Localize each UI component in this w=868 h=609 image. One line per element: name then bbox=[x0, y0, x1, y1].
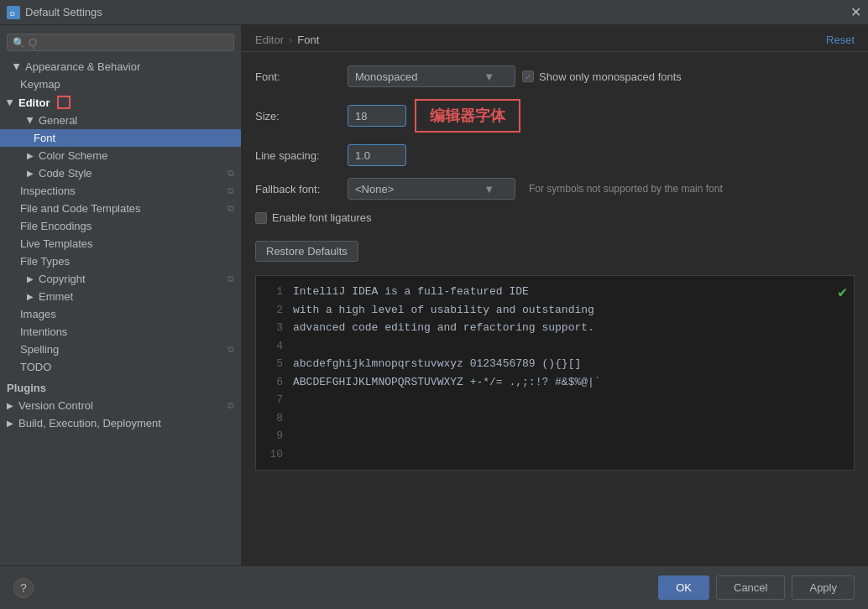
sidebar-item-label: General bbox=[39, 114, 77, 127]
sidebar-item-label: TODO bbox=[20, 361, 51, 373]
sidebar-item-code-style[interactable]: ▶ Code Style ⧉ bbox=[0, 164, 241, 182]
preview-area: ✔ 1IntelliJ IDEA is a full-featured IDE2… bbox=[255, 275, 855, 471]
dropdown-arrow-icon: ▼ bbox=[484, 183, 494, 195]
breadcrumb-parent: Editor bbox=[255, 34, 284, 46]
bottom-right: OK Cancel Apply bbox=[658, 575, 855, 600]
line-code: with a high level of usability and outst… bbox=[293, 302, 594, 319]
line-spacing-row: Line spacing: bbox=[255, 144, 855, 166]
sidebar-item-label: Spelling bbox=[20, 343, 59, 356]
sidebar-item-appearance[interactable]: ▶ Appearance & Behavior bbox=[0, 58, 241, 75]
preview-line: 9 bbox=[256, 427, 854, 445]
sidebar-item-label: Build, Execution, Deployment bbox=[18, 417, 161, 429]
sidebar-item-label: Inspections bbox=[20, 185, 76, 197]
sidebar-item-label: Live Templates bbox=[20, 237, 92, 250]
sidebar-item-images[interactable]: Images bbox=[0, 305, 241, 323]
sidebar-item-keymap[interactable]: Keymap bbox=[0, 75, 241, 93]
preview-line: 4 bbox=[256, 337, 854, 356]
copy-icon: ⧉ bbox=[227, 400, 234, 411]
fallback-font-label: Fallback font: bbox=[255, 183, 348, 195]
sidebar-item-label: File and Code Templates bbox=[20, 202, 141, 215]
font-value: Monospaced bbox=[355, 70, 417, 83]
size-label: Size: bbox=[255, 110, 348, 122]
sidebar-item-general[interactable]: ▶ General bbox=[0, 112, 241, 129]
preview-line: 3advanced code editing and refactoring s… bbox=[256, 319, 854, 337]
line-code: abcdefghijklmnopqrstuvwxyz 0123456789 ()… bbox=[293, 356, 581, 372]
help-button[interactable]: ? bbox=[13, 578, 34, 598]
close-button[interactable]: ✕ bbox=[850, 6, 861, 19]
svg-text:D: D bbox=[10, 10, 15, 18]
sidebar-item-version-control[interactable]: ▶ Version Control ⧉ bbox=[0, 397, 241, 414]
expand-arrow-icon: ▶ bbox=[27, 151, 34, 160]
sidebar-item-inspections[interactable]: Inspections ⧉ bbox=[0, 182, 241, 200]
dropdown-arrow-icon: ▼ bbox=[484, 70, 494, 83]
copy-icon: ⧉ bbox=[227, 203, 234, 214]
sidebar-item-color-scheme[interactable]: ▶ Color Scheme bbox=[0, 147, 241, 164]
expand-arrow-icon: ▶ bbox=[27, 274, 34, 284]
sidebar-item-copyright[interactable]: ▶ Copyright ⧉ bbox=[0, 270, 241, 288]
bottom-bar: ? OK Cancel Apply bbox=[0, 565, 868, 609]
preview-popup: 编辑器字体 bbox=[415, 99, 520, 133]
sidebar-item-file-types[interactable]: File Types bbox=[0, 252, 241, 270]
fallback-font-row: Fallback font: <None> ▼ For symbols not … bbox=[255, 178, 855, 200]
sidebar-item-label: Appearance & Behavior bbox=[25, 60, 140, 73]
preview-line: 7 bbox=[256, 391, 854, 409]
expand-arrow-icon: ▶ bbox=[26, 117, 35, 124]
line-code: ABCDEFGHIJKLMNOPQRSTUVWXYZ +-*/= .,;:!? … bbox=[293, 374, 601, 391]
sidebar-item-file-encodings[interactable]: File Encodings bbox=[0, 217, 241, 235]
font-label: Font: bbox=[255, 70, 348, 83]
cancel-button[interactable]: Cancel bbox=[716, 575, 785, 600]
copy-icon: ⧉ bbox=[227, 273, 234, 284]
preview-line: 8 bbox=[256, 409, 854, 428]
line-number: 3 bbox=[256, 320, 283, 336]
line-number: 7 bbox=[256, 392, 283, 409]
fallback-font-dropdown[interactable]: <None> ▼ bbox=[348, 178, 515, 200]
sidebar-item-font[interactable]: Font bbox=[0, 129, 241, 147]
sidebar-item-label: Intentions bbox=[20, 325, 67, 338]
sidebar-item-label: Color Scheme bbox=[39, 149, 107, 162]
sidebar-item-label: Code Style bbox=[39, 167, 92, 180]
line-number: 5 bbox=[256, 356, 283, 372]
sidebar-item-intentions[interactable]: Intentions bbox=[0, 323, 241, 341]
line-spacing-input[interactable] bbox=[348, 144, 406, 166]
copy-icon: ⧉ bbox=[227, 185, 234, 196]
font-dropdown[interactable]: Monospaced ▼ bbox=[348, 65, 515, 87]
sidebar-item-file-code-templates[interactable]: File and Code Templates ⧉ bbox=[0, 200, 241, 217]
restore-defaults-button[interactable]: Restore Defaults bbox=[255, 241, 358, 262]
window-title: Default Settings bbox=[25, 6, 102, 18]
sidebar-item-todo[interactable]: TODO bbox=[0, 358, 241, 376]
enable-ligatures-label: Enable font ligatures bbox=[272, 211, 372, 224]
line-number: 4 bbox=[256, 338, 283, 355]
sidebar-item-label: File Encodings bbox=[20, 220, 92, 232]
line-number: 2 bbox=[256, 302, 283, 319]
ok-button[interactable]: OK bbox=[658, 575, 709, 600]
show-monospaced-checkbox[interactable] bbox=[522, 70, 534, 82]
breadcrumb: Editor › Font bbox=[255, 34, 319, 46]
expand-arrow-icon: ▶ bbox=[27, 169, 34, 178]
sidebar-item-spelling[interactable]: Spelling ⧉ bbox=[0, 341, 241, 358]
apply-button[interactable]: Apply bbox=[792, 575, 855, 600]
sidebar-item-build-execution[interactable]: ▶ Build, Execution, Deployment bbox=[0, 414, 241, 432]
line-code: advanced code editing and refactoring su… bbox=[293, 320, 594, 336]
sidebar-item-label: Images bbox=[20, 308, 56, 320]
app-icon: D bbox=[7, 6, 20, 19]
preview-line: 2with a high level of usability and outs… bbox=[256, 301, 854, 320]
show-monospaced-label: Show only monospaced fonts bbox=[539, 70, 682, 83]
sidebar-item-live-templates[interactable]: Live Templates bbox=[0, 235, 241, 252]
sidebar-item-emmet[interactable]: ▶ Emmet bbox=[0, 288, 241, 305]
sidebar-item-editor[interactable]: ▶ Editor bbox=[0, 93, 241, 112]
line-number: 9 bbox=[256, 428, 283, 445]
preview-line: 10 bbox=[256, 445, 854, 464]
sidebar-item-plugins[interactable]: Plugins bbox=[0, 379, 241, 397]
line-number: 10 bbox=[256, 446, 283, 463]
enable-ligatures-checkbox[interactable] bbox=[255, 212, 267, 224]
size-input[interactable] bbox=[348, 105, 406, 127]
copy-icon: ⧉ bbox=[227, 168, 234, 179]
sidebar-item-label: File Types bbox=[20, 255, 70, 268]
sidebar-item-label: Version Control bbox=[18, 399, 93, 412]
search-box[interactable]: 🔍 bbox=[7, 34, 234, 51]
search-input[interactable] bbox=[29, 36, 228, 49]
preview-line: 1IntelliJ IDEA is a full-featured IDE bbox=[256, 283, 854, 301]
content-body: Font: Monospaced ▼ Show only monospaced … bbox=[242, 52, 868, 565]
preview-line: 6ABCDEFGHIJKLMNOPQRSTUVWXYZ +-*/= .,;:!?… bbox=[256, 373, 854, 392]
reset-button[interactable]: Reset bbox=[826, 34, 855, 46]
